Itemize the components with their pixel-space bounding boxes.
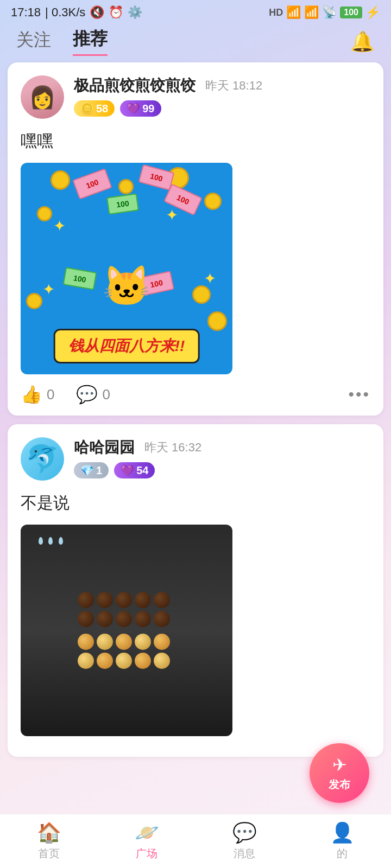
more-button[interactable]: ••• — [348, 385, 370, 404]
comment-icon: 💬 — [76, 384, 98, 405]
bead — [116, 611, 132, 627]
mine-icon: 👤 — [330, 821, 355, 844]
bead — [78, 634, 94, 650]
mute-icon: 🔇 — [90, 5, 104, 20]
publish-label: 发布 — [329, 777, 350, 792]
cat-character: 🐱 — [102, 263, 151, 309]
post-meta: 极品煎饺煎饺煎饺 昨天 18:12 🪙 58 💜 99 — [74, 75, 370, 117]
bead — [135, 634, 151, 650]
comment-count: 0 — [102, 386, 110, 403]
badge-purple-value: 99 — [142, 103, 154, 115]
bottom-nav: 🏠 首页 🪐 广场 💬 消息 👤 的 — [0, 814, 391, 868]
diamond-icon: 💎 — [80, 464, 94, 477]
post-image-2[interactable] — [21, 525, 232, 736]
nav-mine[interactable]: 👤 的 — [330, 821, 355, 861]
badges-row-2: 💎 1 💜 54 — [74, 462, 370, 478]
nav-message[interactable]: 💬 消息 — [232, 821, 257, 861]
meme-text: 钱从四面八方来!! — [68, 337, 185, 354]
coin-decoration — [26, 293, 42, 309]
username-2[interactable]: 哈哈园园 — [74, 437, 135, 458]
badge-gold-value: 58 — [96, 103, 108, 115]
bead — [154, 611, 170, 627]
publish-fab[interactable]: ✈ 发布 — [310, 743, 369, 803]
note-decoration: 100 — [138, 164, 175, 190]
notification-bell[interactable]: 🔔 — [350, 30, 375, 53]
coin-decoration — [192, 285, 211, 304]
badges-row: 🪙 58 💜 99 — [74, 100, 370, 117]
tab-follow[interactable]: 关注 — [16, 28, 51, 55]
coin-decoration — [207, 311, 227, 331]
star-decoration: ✦ — [204, 270, 216, 288]
coin-decoration — [118, 179, 134, 194]
like-icon: 👍 — [21, 384, 42, 405]
bead — [78, 611, 94, 627]
home-label: 首页 — [38, 846, 60, 861]
post-card: 👩 极品煎饺煎饺煎饺 昨天 18:12 🪙 58 💜 99 — [8, 62, 383, 416]
bead — [135, 592, 151, 608]
username[interactable]: 极品煎饺煎饺煎饺 — [74, 75, 195, 96]
like-count: 0 — [47, 386, 54, 403]
message-icon: 💬 — [232, 821, 257, 844]
mine-label: 的 — [337, 846, 348, 861]
post-text-2: 不是说 — [21, 490, 370, 515]
post-meta-2: 哈哈园园 昨天 16:32 💎 1 💜 54 — [74, 437, 370, 478]
star-decoration: ✦ — [53, 217, 66, 235]
hd-badge: HD — [269, 7, 283, 18]
feed-container: 👩 极品煎饺煎饺煎饺 昨天 18:12 🪙 58 💜 99 — [0, 62, 391, 757]
nav-tabs: 关注 推荐 🔔 — [0, 23, 391, 62]
post-actions: 👍 0 💬 0 ••• — [21, 384, 370, 405]
coin-decoration — [37, 206, 52, 221]
note-decoration: 100 — [72, 168, 112, 200]
note-green-decoration: 100 — [63, 267, 97, 290]
bead — [97, 634, 113, 650]
coin-decoration — [204, 193, 222, 210]
water-drops — [37, 535, 65, 548]
bead — [116, 634, 132, 650]
bead — [135, 611, 151, 627]
message-label: 消息 — [234, 846, 255, 861]
badge-gold: 🪙 58 — [74, 100, 115, 117]
post-header: 👩 极品煎饺煎饺煎饺 昨天 18:12 🪙 58 💜 99 — [21, 75, 370, 119]
status-left: 17:18 | 0.3K/s 🔇 ⏰ ⚙️ — [11, 5, 142, 20]
post-time-2: 昨天 16:32 — [144, 439, 201, 456]
avatar-image: 👩 — [21, 75, 64, 119]
bracelet-container — [21, 525, 232, 736]
star-decoration: ✦ — [42, 280, 55, 298]
comment-button[interactable]: 💬 0 — [76, 384, 110, 405]
meme-text-box: 钱从四面八方来!! — [54, 329, 200, 363]
badge-purple-value-2: 54 — [136, 464, 148, 477]
drop — [48, 537, 53, 545]
badge-silver: 💎 1 — [74, 462, 109, 478]
status-right: HD 📶 📶 📡 100 ⚡ — [269, 5, 380, 20]
post-header-2: 🐬 哈哈园园 昨天 16:32 💎 1 💜 54 — [21, 437, 370, 481]
badge-purple-2: 💜 54 — [114, 462, 155, 478]
alarm-icon: ⏰ — [109, 5, 123, 20]
badge-purple: 💜 99 — [120, 100, 161, 117]
settings-icon: ⚙️ — [128, 5, 142, 20]
publish-icon: ✈ — [332, 755, 347, 775]
like-button[interactable]: 👍 0 — [21, 384, 54, 405]
bead — [97, 653, 113, 669]
bead — [116, 592, 132, 608]
nav-home[interactable]: 🏠 首页 — [37, 821, 61, 861]
badge-silver-value: 1 — [96, 464, 102, 477]
post-card-2: 🐬 哈哈园园 昨天 16:32 💎 1 💜 54 — [8, 424, 383, 757]
dolphin-avatar-image: 🐬 — [21, 437, 64, 481]
tab-recommend[interactable]: 推荐 — [73, 27, 108, 56]
bracelets-display — [21, 576, 232, 685]
amber-bracelet — [78, 634, 175, 669]
post-image[interactable]: 100 100 100 100 100 100 ✦ ✦ ✦ ✦ 🐱 钱从四面八方… — [21, 163, 232, 374]
heart-icon-2: 💜 — [121, 464, 134, 477]
heart-icon: 💜 — [127, 102, 140, 115]
nav-square[interactable]: 🪐 广场 — [135, 821, 159, 861]
bead — [78, 653, 94, 669]
post-text: 嘿嘿 — [21, 129, 370, 153]
status-bar: 17:18 | 0.3K/s 🔇 ⏰ ⚙️ HD 📶 📶 📡 100 ⚡ — [0, 0, 391, 23]
wifi-icon: 📡 — [322, 5, 337, 20]
square-icon: 🪐 — [135, 821, 159, 844]
charge-icon: ⚡ — [365, 5, 380, 20]
avatar-2[interactable]: 🐬 — [21, 437, 64, 481]
avatar[interactable]: 👩 — [21, 75, 64, 119]
drop — [39, 537, 43, 545]
money-meme-container: 100 100 100 100 100 100 ✦ ✦ ✦ ✦ 🐱 钱从四面八方… — [21, 163, 232, 374]
